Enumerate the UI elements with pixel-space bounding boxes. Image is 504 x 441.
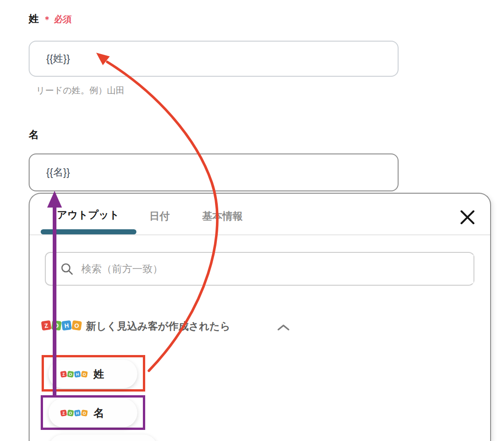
zoho-icon: Z O H O [61, 410, 87, 416]
required-badge: 必須 [54, 13, 72, 25]
zoho-logo-tile-z: Z [41, 320, 52, 331]
last-name-label: 姓 [29, 12, 39, 26]
last-name-field-label-row: 姓 ＊ 必須 [29, 12, 72, 26]
close-icon [459, 208, 476, 226]
first-name-label: 名 [29, 128, 39, 142]
trigger-section-title: 新しく見込み客が作成されたら [86, 319, 230, 333]
zoho-icon-tile: O [81, 371, 88, 378]
output-item-label: 姓 [93, 367, 104, 381]
zoho-logo: Z O H O [42, 321, 81, 330]
last-name-helper-text: リードの姓。例）山田 [36, 85, 124, 97]
output-item-partial[interactable] [49, 435, 158, 441]
first-name-field-label-row: 名 [29, 128, 39, 142]
active-tab-indicator [41, 229, 136, 234]
search-input[interactable] [80, 255, 473, 283]
chevron-up-icon [277, 324, 290, 331]
zoho-icon-tile: O [67, 371, 74, 377]
tab-date[interactable]: 日付 [149, 209, 170, 223]
zoho-icon-tile: O [67, 410, 74, 416]
output-item-first-name[interactable]: Z O H O 名 [49, 398, 137, 427]
zoho-logo-tile-o2: O [72, 320, 82, 331]
zoho-logo-tile-h: H [61, 320, 72, 331]
tabs-divider [30, 234, 490, 235]
last-name-input[interactable] [29, 41, 399, 77]
tab-output[interactable]: アウトプット [57, 208, 119, 222]
zoho-icon-tile: Z [60, 371, 67, 378]
output-item-last-name[interactable]: Z O H O 姓 [49, 360, 137, 388]
search-icon [61, 263, 74, 276]
zoho-logo-tile-o1: O [51, 320, 61, 331]
search-box[interactable] [45, 252, 474, 286]
output-item-label: 名 [93, 406, 104, 420]
zoho-icon-tile: H [74, 371, 80, 377]
tab-basic-info[interactable]: 基本情報 [202, 209, 243, 223]
collapse-section-button[interactable] [277, 324, 290, 333]
zoho-icon: Z O H O [61, 371, 87, 377]
zoho-icon-tile: O [81, 410, 88, 416]
variable-picker-panel: アウトプット 日付 基本情報 Z O H O 新しく見込み客が作成されたら Z … [29, 193, 491, 441]
zoho-icon-tile: H [74, 410, 80, 416]
close-button[interactable] [459, 208, 476, 226]
first-name-input[interactable] [29, 153, 399, 191]
required-asterisk-icon: ＊ [43, 14, 51, 25]
zoho-icon-tile: Z [60, 410, 67, 416]
